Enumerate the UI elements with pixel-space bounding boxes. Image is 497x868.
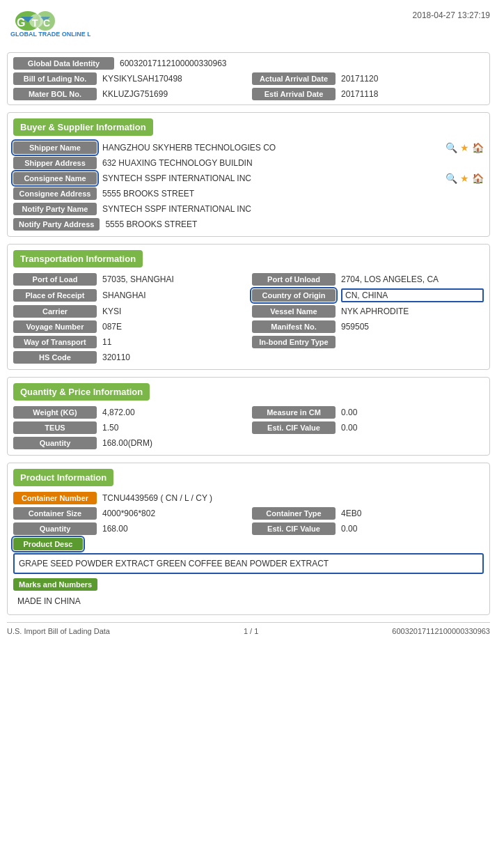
shipper-name-row: Shipper Name HANGZHOU SKYHERB TECHNOLOGI… — [13, 141, 484, 154]
esti-arrival-group: Esti Arrival Date 20171118 — [252, 88, 484, 100]
transportation-title: Transportation Information — [13, 250, 143, 268]
marks-numbers-value-row: MADE IN CHINA — [13, 594, 484, 609]
inbond-entry-type-label: In-bond Entry Type — [252, 336, 336, 348]
logo-image: GLOBAL TRADE ONLINE LIMITED G T C — [7, 7, 90, 45]
consignee-address-row: Consignee Address 5555 BROOKS STREET — [13, 187, 484, 200]
carrier-group: Carrier KYSI — [13, 305, 245, 318]
carrier-vessel-row: Carrier KYSI Vessel Name NYK APHRODITE — [13, 305, 484, 318]
search-icon[interactable]: 🔍 — [445, 142, 457, 153]
product-esti-cif-label: Esti. CIF Value — [252, 522, 336, 535]
global-data-identity-label: Global Data Identity — [13, 57, 114, 70]
place-of-receipt-label: Place of Receipt — [13, 289, 97, 302]
product-desc-row: Product Desc — [13, 538, 484, 550]
product-section: Product Information Container Number TCN… — [7, 463, 490, 615]
footer-left: U.S. Import Bill of Lading Data — [7, 627, 110, 635]
consignee-address-label: Consignee Address — [13, 187, 97, 200]
global-data-identity-value: 60032017112100000330963 — [120, 59, 484, 68]
shipper-name-value: HANGZHOU SKYHERB TECHNOLOGIES CO — [102, 143, 441, 153]
logo-area: GLOBAL TRADE ONLINE LIMITED G T C — [7, 7, 90, 45]
transport-inbond-row: Way of Transport 11 In-bond Entry Type — [13, 336, 484, 348]
svg-text:T: T — [32, 17, 38, 29]
page-footer: U.S. Import Bill of Lading Data 1 / 1 60… — [7, 622, 490, 635]
bill-of-lading-value: KYSIKYLSAH170498 — [102, 74, 245, 84]
weight-label: Weight (KG) — [13, 406, 97, 419]
marks-numbers-row: Marks and Numbers — [13, 578, 484, 591]
container-type-group: Container Type 4EB0 — [252, 507, 484, 520]
qp-quantity-label: Quantity — [13, 437, 97, 449]
port-of-unload-value: 2704, LOS ANGELES, CA — [341, 274, 484, 284]
way-of-transport-group: Way of Transport 11 — [13, 336, 245, 348]
inbond-entry-group: In-bond Entry Type — [252, 336, 484, 348]
product-title: Product Information — [13, 469, 113, 486]
notify-party-name-row: Notify Party Name SYNTECH SSPF INTERNATI… — [13, 203, 484, 215]
carrier-label: Carrier — [13, 305, 97, 318]
marks-and-numbers-value: MADE IN CHINA — [17, 596, 81, 606]
measure-in-cm-group: Measure in CM 0.00 — [252, 406, 484, 419]
port-of-load-group: Port of Load 57035, SHANGHAI — [13, 273, 245, 286]
star-icon-2[interactable]: ★ — [460, 173, 469, 184]
measure-in-cm-value: 0.00 — [341, 408, 484, 417]
page-header: GLOBAL TRADE ONLINE LIMITED G T C 2018-0… — [7, 7, 490, 45]
place-of-receipt-value: SHANGHAI — [102, 290, 245, 300]
port-row: Port of Load 57035, SHANGHAI Port of Unl… — [13, 273, 484, 286]
container-size-value: 4000*906*802 — [102, 509, 245, 518]
search-icon-2[interactable]: 🔍 — [445, 173, 457, 184]
way-of-transport-value: 11 — [102, 337, 245, 347]
marks-and-numbers-label: Marks and Numbers — [13, 578, 97, 591]
teus-label: TEUS — [13, 421, 97, 434]
manifest-no-label: Manifest No. — [252, 320, 336, 333]
manifest-no-group: Manifest No. 959505 — [252, 320, 484, 333]
star-icon[interactable]: ★ — [460, 142, 469, 153]
country-of-origin-group: Country of Origin CN, CHINA — [252, 288, 484, 302]
top-info-box: Global Data Identity 6003201711210000033… — [7, 52, 490, 105]
esti-arrival-date-value: 20171118 — [341, 89, 484, 99]
product-quantity-value: 168.00 — [102, 524, 245, 534]
notify-party-name-label: Notify Party Name — [13, 203, 97, 215]
teus-value: 1.50 — [102, 423, 245, 433]
port-of-load-value: 57035, SHANGHAI — [102, 274, 245, 284]
voyage-number-value: 087E — [102, 322, 245, 332]
shipper-name-label: Shipper Name — [13, 141, 97, 154]
bill-bol-row: Bill of Lading No. KYSIKYLSAH170498 Actu… — [13, 72, 484, 85]
port-of-load-label: Port of Load — [13, 273, 97, 286]
notify-party-address-label: Notify Party Address — [13, 218, 100, 231]
container-type-label: Container Type — [252, 507, 336, 520]
container-size-label: Container Size — [13, 507, 97, 520]
actual-arrival-date-value: 20171120 — [341, 74, 484, 84]
notify-party-address-value: 5555 BROOKS STREET — [105, 219, 484, 229]
bill-of-lading-label: Bill of Lading No. — [13, 72, 97, 85]
product-desc-label: Product Desc — [13, 538, 83, 550]
product-desc-box: GRAPE SEED POWDER EXTRACT GREEN COFFEE B… — [13, 553, 484, 574]
hs-code-value: 320110 — [102, 352, 484, 362]
measure-in-cm-label: Measure in CM — [252, 406, 336, 419]
hs-code-label: HS Code — [13, 351, 97, 364]
weight-group: Weight (KG) 4,872.00 — [13, 406, 245, 419]
svg-text:C: C — [43, 17, 50, 29]
home-icon-2[interactable]: 🏠 — [472, 173, 484, 184]
container-number-row: Container Number TCNU4439569 ( CN / L / … — [13, 492, 484, 504]
home-icon[interactable]: 🏠 — [472, 142, 484, 153]
mater-bol-row: Mater BOL No. KKLUZJG751699 Esti Arrival… — [13, 88, 484, 100]
svg-text:GLOBAL TRADE ONLINE LIMITED: GLOBAL TRADE ONLINE LIMITED — [10, 31, 90, 38]
port-of-unload-group: Port of Unload 2704, LOS ANGELES, CA — [252, 273, 484, 286]
shipper-name-icons: 🔍 ★ 🏠 — [445, 142, 484, 153]
consignee-name-label: Consignee Name — [13, 172, 97, 185]
mater-bol-group: Mater BOL No. KKLUZJG751699 — [13, 88, 245, 100]
buyer-supplier-title: Buyer & Supplier Information — [13, 118, 153, 136]
consignee-name-value: SYNTECH SSPF INTERNATIONAL INC — [102, 173, 441, 183]
footer-center: 1 / 1 — [244, 627, 258, 635]
buyer-supplier-section: Buyer & Supplier Information Shipper Nam… — [7, 112, 490, 237]
container-number-label: Container Number — [13, 492, 97, 504]
transportation-section: Transportation Information Port of Load … — [7, 244, 490, 370]
weight-value: 4,872.00 — [102, 408, 245, 417]
mater-bol-value: KKLUZJG751699 — [102, 89, 245, 99]
esti-cif-value-label: Esti. CIF Value — [252, 421, 336, 434]
container-size-group: Container Size 4000*906*802 — [13, 507, 245, 520]
container-type-value: 4EB0 — [341, 509, 484, 518]
esti-cif-value-value: 0.00 — [341, 423, 484, 433]
consignee-name-row: Consignee Name SYNTECH SSPF INTERNATIONA… — [13, 172, 484, 185]
shipper-address-value: 632 HUAXING TECHNOLOGY BUILDIN — [102, 158, 484, 168]
product-desc-value: GRAPE SEED POWDER EXTRACT GREEN COFFEE B… — [19, 559, 329, 568]
timestamp: 2018-04-27 13:27:19 — [413, 7, 490, 20]
qp-quantity-value: 168.00(DRM) — [102, 438, 484, 448]
